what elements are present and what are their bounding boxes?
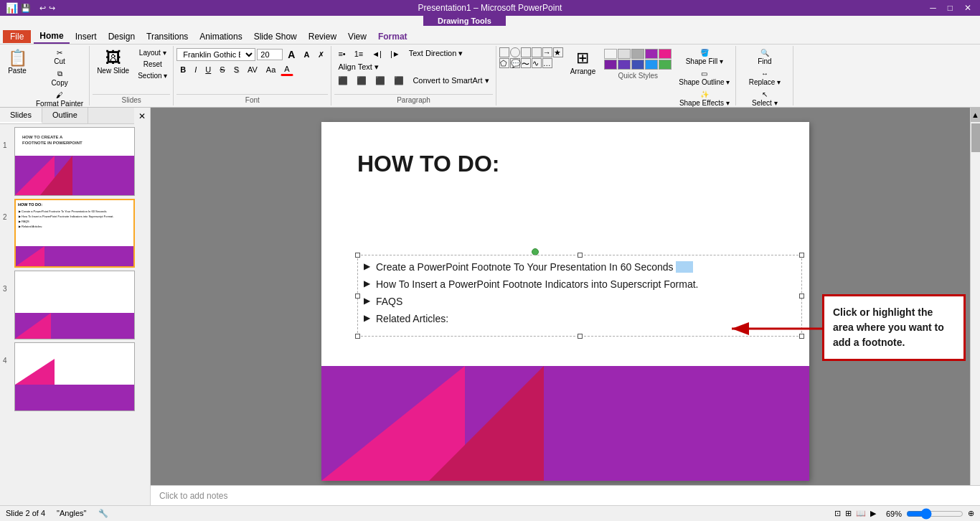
shadow-button[interactable]: S	[230, 64, 242, 75]
font-name-select[interactable]: Franklin Gothic B	[176, 48, 255, 61]
shape-triangle[interactable]	[532, 47, 542, 57]
tab-outline[interactable]: Outline	[42, 108, 88, 123]
maximize-button[interactable]: □	[945, 3, 956, 13]
shape-outline-button[interactable]: ▭ Shape Outline ▾	[676, 68, 732, 88]
handle-mr[interactable]	[799, 294, 804, 299]
format-painter-button[interactable]: 🖌 Format Painter	[33, 90, 86, 110]
decrease-indent-button[interactable]: ◄|	[368, 48, 385, 60]
menu-view[interactable]: View	[342, 30, 372, 43]
qs-item[interactable]	[659, 49, 672, 59]
slideshow-button[interactable]: ▶	[870, 509, 876, 518]
error-check-icon[interactable]: 🔧	[98, 509, 108, 518]
cut-button[interactable]: ✂ Cut	[33, 47, 86, 67]
menu-home[interactable]: Home	[34, 29, 69, 44]
copy-button[interactable]: ⧉ Copy	[33, 68, 86, 89]
paste-button[interactable]: 📋 Paste	[3, 47, 32, 78]
vertical-scrollbar[interactable]: ▲ ▼	[970, 108, 980, 518]
qs-item[interactable]	[631, 49, 644, 59]
change-case-button[interactable]: Aa	[263, 64, 279, 75]
numbering-button[interactable]: 1≡	[351, 48, 367, 60]
shape-callout[interactable]: 💬	[510, 58, 520, 68]
menu-review[interactable]: Review	[303, 30, 342, 43]
handle-ml[interactable]	[355, 294, 360, 299]
quick-access-redo[interactable]: ↪	[49, 4, 55, 13]
section-button[interactable]: Section ▾	[135, 70, 170, 81]
align-left-button[interactable]: ⬛	[334, 75, 352, 87]
shape-arrow[interactable]: →	[542, 47, 552, 57]
bullets-button[interactable]: ≡•	[334, 48, 349, 60]
slide-thumbnail-2[interactable]: 2 HOW TO DO: ▶ Create a PowerPoint Footn…	[3, 199, 147, 268]
qs-item[interactable]	[659, 60, 672, 70]
scroll-up[interactable]: ▲	[971, 108, 980, 122]
align-right-button[interactable]: ⬛	[372, 75, 389, 87]
reading-view-button[interactable]: 📖	[856, 509, 866, 518]
italic-button[interactable]: I	[191, 64, 200, 75]
tab-slides[interactable]: Slides	[0, 108, 42, 123]
clear-format-button[interactable]: ✗	[314, 49, 328, 61]
menu-file[interactable]: File	[3, 30, 31, 43]
font-grow-button[interactable]: A	[284, 47, 298, 62]
notes-bar[interactable]: Click to add notes	[151, 485, 980, 505]
justify-button[interactable]: ⬛	[390, 75, 407, 87]
qs-item[interactable]	[631, 60, 644, 70]
qs-item[interactable]	[604, 60, 617, 70]
drawing-tools-tab[interactable]: Drawing Tools	[423, 16, 506, 26]
strikethrough-button[interactable]: S	[216, 64, 228, 75]
shape-more[interactable]: …	[542, 58, 552, 68]
menu-insert[interactable]: Insert	[70, 30, 103, 43]
layout-button[interactable]: Layout ▾	[135, 47, 170, 58]
shape-curve[interactable]: 〜	[521, 58, 531, 68]
minimize-button[interactable]: ─	[927, 3, 939, 13]
zoom-fit-button[interactable]: ⊕	[968, 509, 974, 518]
handle-tl[interactable]	[355, 253, 360, 258]
shape-line[interactable]	[499, 47, 509, 57]
shape-effects-button[interactable]: ✨ Shape Effects ▾	[676, 89, 732, 108]
handle-bl[interactable]	[355, 334, 360, 339]
shape-rect[interactable]	[521, 47, 531, 57]
handle-tr[interactable]	[799, 253, 804, 258]
reset-button[interactable]: Reset	[135, 59, 170, 70]
shape-star[interactable]: ★	[553, 47, 563, 57]
handle-bm[interactable]	[578, 334, 583, 339]
underline-button[interactable]: U	[202, 64, 215, 75]
shape-freeform[interactable]: ∿	[532, 58, 542, 68]
slide-thumbnail-1[interactable]: 1 HOW TO CREATE AFOOTNOTE IN POWERPOINT	[3, 127, 147, 196]
menu-design[interactable]: Design	[103, 30, 141, 43]
menu-animations[interactable]: Animations	[194, 30, 248, 43]
qs-item[interactable]	[645, 60, 658, 70]
align-text-button[interactable]: Align Text ▾	[334, 61, 382, 73]
qs-item[interactable]	[618, 49, 631, 59]
handle-br[interactable]	[799, 334, 804, 339]
qs-item[interactable]	[618, 60, 631, 70]
close-button[interactable]: ✕	[961, 3, 974, 13]
convert-smartart-button[interactable]: Convert to SmartArt ▾	[409, 75, 492, 87]
font-color-button[interactable]: A	[281, 63, 293, 76]
qs-item[interactable]	[645, 49, 658, 59]
find-button[interactable]: 🔍 Find	[746, 47, 783, 67]
shape-fill-button[interactable]: 🪣 Shape Fill ▾	[676, 47, 732, 67]
increase-indent-button[interactable]: |►	[387, 48, 404, 60]
font-size-input[interactable]	[257, 49, 283, 60]
handle-tm[interactable]	[578, 253, 583, 258]
panel-close-button[interactable]: ✕	[134, 110, 150, 123]
new-slide-button[interactable]: 🖼 New Slide	[93, 47, 133, 78]
align-center-button[interactable]: ⬛	[353, 75, 370, 87]
slide-sorter-button[interactable]: ⊞	[845, 509, 852, 518]
shape-oval[interactable]	[510, 47, 520, 57]
font-shrink-button[interactable]: A	[300, 49, 313, 60]
quick-access-undo[interactable]: ↩	[39, 4, 46, 13]
menu-format[interactable]: Format	[372, 30, 413, 43]
scroll-thumb[interactable]	[971, 123, 980, 152]
arrange-button[interactable]: ⊞ Arrange	[566, 47, 600, 77]
text-direction-button[interactable]: Text Direction ▾	[405, 47, 467, 60]
char-spacing-button[interactable]: AV	[244, 64, 261, 75]
shape-pentagon[interactable]: ⬠	[499, 58, 509, 68]
quick-access-save[interactable]: 💾	[21, 4, 31, 13]
menu-transitions[interactable]: Transitions	[141, 30, 194, 43]
normal-view-button[interactable]: ⊡	[834, 509, 841, 518]
replace-button[interactable]: ↔ Replace ▾	[746, 68, 783, 88]
menu-slideshow[interactable]: Slide Show	[248, 30, 303, 43]
zoom-slider[interactable]	[906, 508, 963, 520]
select-button[interactable]: ↖ Select ▾	[746, 89, 783, 108]
bold-button[interactable]: B	[176, 64, 189, 75]
